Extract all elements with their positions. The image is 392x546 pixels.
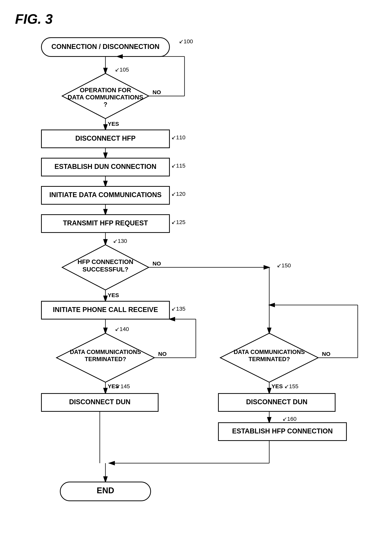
- svg-text:NO: NO: [158, 351, 167, 357]
- svg-text:DISCONNECT HFP: DISCONNECT HFP: [75, 134, 136, 142]
- svg-text:DATA COMMUNICATIONS: DATA COMMUNICATIONS: [70, 349, 141, 355]
- svg-text:↙130: ↙130: [113, 238, 127, 244]
- svg-text:DISCONNECT DUN: DISCONNECT DUN: [69, 398, 131, 406]
- svg-text:INITIATE DATA COMMUNICATIONS: INITIATE DATA COMMUNICATIONS: [49, 191, 162, 199]
- svg-text:↙120: ↙120: [171, 191, 185, 197]
- svg-text:INITIATE PHONE CALL RECEIVE: INITIATE PHONE CALL RECEIVE: [53, 306, 158, 313]
- svg-text:TRANSMIT HFP REQUEST: TRANSMIT HFP REQUEST: [63, 219, 148, 227]
- svg-text:ESTABLISH DUN CONNECTION: ESTABLISH DUN CONNECTION: [54, 163, 156, 170]
- svg-text:DATA COMMUNICATIONS: DATA COMMUNICATIONS: [68, 94, 143, 101]
- svg-text:HFP CONNECTION: HFP CONNECTION: [78, 258, 133, 265]
- page-title: FIG. 3: [15, 11, 53, 27]
- svg-text:↙105: ↙105: [115, 66, 129, 73]
- svg-text:CONNECTION / DISCONNECTION: CONNECTION / DISCONNECTION: [51, 43, 159, 51]
- svg-text:NO: NO: [322, 351, 330, 357]
- svg-text:↙150: ↙150: [277, 262, 291, 268]
- svg-text:↙100: ↙100: [179, 38, 193, 45]
- svg-text:↙140: ↙140: [115, 326, 129, 332]
- svg-text:↙125: ↙125: [171, 219, 185, 225]
- svg-text:↙160: ↙160: [282, 416, 297, 422]
- svg-text:DISCONNECT DUN: DISCONNECT DUN: [246, 398, 307, 406]
- svg-text:YES: YES: [272, 383, 283, 389]
- svg-text:END: END: [97, 486, 114, 495]
- svg-text:TERMINATED?: TERMINATED?: [248, 356, 290, 362]
- svg-text:NO: NO: [152, 260, 161, 266]
- svg-text:OPERATION FOR: OPERATION FOR: [80, 87, 131, 94]
- svg-text:DATA COMMUNICATIONS: DATA COMMUNICATIONS: [234, 349, 305, 355]
- svg-text:↙155: ↙155: [284, 383, 298, 389]
- svg-text:↙145: ↙145: [116, 383, 130, 389]
- svg-text:ESTABLISH HFP CONNECTION: ESTABLISH HFP CONNECTION: [232, 427, 333, 435]
- svg-text:↙110: ↙110: [171, 134, 185, 140]
- svg-text:YES: YES: [108, 121, 119, 127]
- svg-text:↙115: ↙115: [171, 162, 185, 169]
- svg-text:SUCCESSFUL?: SUCCESSFUL?: [82, 266, 128, 273]
- svg-text:TERMINATED?: TERMINATED?: [85, 356, 126, 362]
- svg-text:↙135: ↙135: [171, 306, 185, 312]
- svg-text:NO: NO: [152, 89, 161, 95]
- svg-text:YES: YES: [108, 292, 119, 298]
- svg-text:?: ?: [104, 101, 107, 108]
